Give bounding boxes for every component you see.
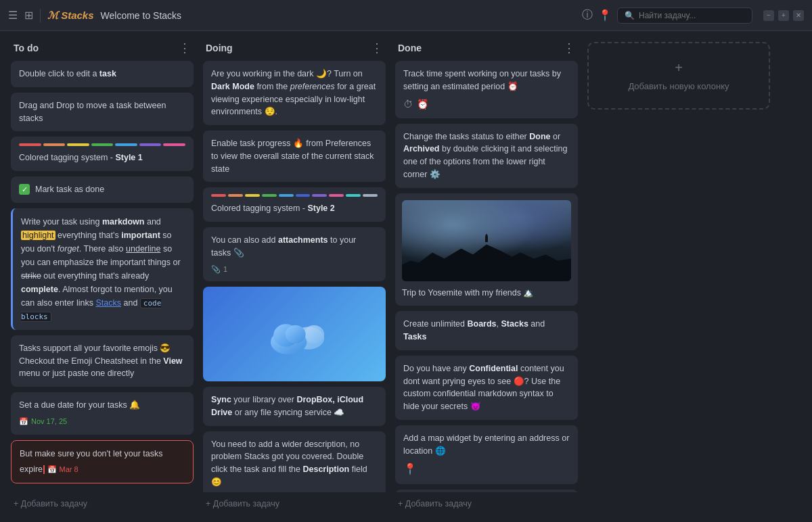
card-dark-mode[interactable]: Are you working in the dark 🌙? Turn on D… (203, 61, 386, 125)
card-attachments[interactable]: You can also add attachments to your tas… (203, 227, 386, 281)
cloud-svg (261, 312, 328, 359)
new-column-label: Добавить новую колонку (628, 81, 729, 91)
calendar-icon-red: 📅 (47, 464, 57, 475)
column-title-done: Done (398, 43, 422, 53)
tag2-blue (279, 194, 294, 197)
card-sync[interactable]: Sync your library over DropBox, iCloud D… (203, 387, 386, 426)
date-badge-green: 📅 Nov 17, 25 (19, 416, 67, 427)
card-text: Create unlimited Boards, Stacks and Task… (403, 319, 545, 341)
location-icon[interactable]: 📍 (598, 9, 612, 22)
card-time-track[interactable]: Track time spent working on your tasks b… (395, 61, 578, 118)
stopwatch-icon: ⏰ (417, 97, 428, 112)
card-text: Are you working in the dark 🌙? Turn on D… (211, 69, 376, 116)
tag2-cyan (346, 194, 361, 197)
calendar-icon: 📅 (19, 416, 28, 427)
card-confidential[interactable]: Do you have any Confidential content you… (395, 356, 578, 420)
titlebar: ☰ ⊞ ℳ Stacks Welcome to Stacks ⓘ 📍 🔍 − +… (0, 0, 812, 31)
card-text: Track time spent working on your tasks b… (403, 69, 561, 91)
card-status-change[interactable]: Change the tasks status to either Done o… (395, 124, 578, 188)
tag2-indigo (296, 194, 311, 197)
card-description[interactable]: You need to add a wider description, no … (203, 431, 386, 493)
main-content: To do ⋮ Double click to edit a task Drag… (0, 31, 812, 522)
tag-green (91, 143, 114, 146)
tag2-green (262, 194, 277, 197)
grid-icon[interactable]: ⊞ (24, 9, 33, 22)
column-menu-done[interactable]: ⋮ (563, 42, 575, 54)
card-progress[interactable]: Enable task progress 🔥 from Preferences … (203, 130, 386, 182)
card-text: Double click to edit a task (19, 69, 116, 78)
svg-point-1 (304, 325, 324, 343)
card-text: Tasks support all your favorite emojis 😎… (19, 343, 183, 379)
card-drag-drop[interactable]: Drag and Drop to move a task between sta… (11, 93, 194, 132)
card-double-click[interactable]: Double click to edit a task (11, 61, 194, 87)
column-title-doing: Doing (206, 43, 233, 53)
svg-point-4 (286, 325, 306, 343)
minimize-button[interactable]: − (763, 10, 774, 21)
time-icons-row: ⏱ ⏰ (403, 97, 570, 112)
tag2-red (211, 194, 226, 197)
add-task-doing[interactable]: + Добавить задачу (203, 494, 386, 511)
tag2-pink (329, 194, 344, 197)
map-pin-icon: 📍 (403, 461, 570, 477)
card-expire[interactable]: But make sure you don't let your tasks e… (11, 440, 194, 484)
help-icon[interactable]: ⓘ (582, 8, 593, 22)
window-controls: − + ✕ (763, 10, 804, 21)
card-cloud-image[interactable] (203, 287, 386, 381)
search-input[interactable] (639, 11, 740, 20)
mountain-silhouette (402, 241, 571, 281)
tag-bar (19, 143, 185, 146)
close-button[interactable]: ✕ (793, 10, 804, 21)
card-backup[interactable]: Automatic library backup once every 5, 1… (395, 490, 578, 492)
card-text: Sync your library over DropBox, iCloud D… (211, 395, 363, 417)
maximize-button[interactable]: + (778, 10, 789, 21)
tag-red (19, 143, 41, 146)
card-emojis[interactable]: Tasks support all your favorite emojis 😎… (11, 335, 194, 387)
card-text: Enable task progress 🔥 from Preferences … (211, 139, 374, 174)
add-task-done[interactable]: + Добавить задачу (395, 494, 578, 511)
card-text: You need to add a wider description, no … (211, 440, 367, 487)
card-tag-style1[interactable]: Colored tagging system - Style 1 (11, 137, 194, 171)
column-header-doing: Doing ⋮ (203, 42, 386, 61)
new-column-button[interactable]: + Добавить новую колонку (587, 42, 770, 110)
card-text: Colored tagging system - Style 1 (19, 153, 143, 162)
search-icon: 🔍 (625, 11, 635, 20)
attachment-count: 1 (223, 264, 227, 275)
card-due-date[interactable]: Set a due date for your tasks 🔔 📅 Nov 17… (11, 392, 194, 435)
column-title-todo: To do (14, 43, 39, 53)
search-bar[interactable]: 🔍 (617, 7, 752, 24)
person-silhouette (485, 234, 488, 242)
titlebar-right: ⓘ 📍 🔍 − + ✕ (582, 7, 804, 24)
card-mark-done[interactable]: ✓ Mark task as done (11, 176, 194, 203)
app-title: Welcome to Stacks (101, 10, 575, 21)
card-text: Do you have any Confidential content you… (403, 364, 564, 411)
column-header-todo: To do ⋮ (11, 42, 194, 61)
column-menu-doing[interactable]: ⋮ (371, 42, 383, 54)
tag-yellow (67, 143, 89, 146)
tag-bar2 (211, 194, 378, 197)
tag-purple (139, 143, 162, 146)
tag2-yellow (245, 194, 260, 197)
date-value: Nov 17, 25 (31, 416, 67, 427)
card-text: Mark task as done (35, 183, 104, 196)
column-todo: To do ⋮ Double click to edit a task Drag… (11, 42, 194, 511)
checkbox-done[interactable]: ✓ (19, 184, 30, 195)
tag2-purple (312, 194, 327, 197)
card-markdown[interactable]: Write your task using markdown and highl… (11, 208, 194, 330)
tag-pink (163, 143, 185, 146)
card-text: Set a due date for your tasks 🔔 (19, 400, 140, 410)
column-header-done: Done ⋮ (395, 42, 578, 61)
plus-icon: + (675, 60, 683, 76)
date-value-red: Mar 8 (60, 464, 78, 475)
card-boards[interactable]: Create unlimited Boards, Stacks and Task… (395, 311, 578, 350)
hamburger-icon[interactable]: ☰ (8, 9, 18, 22)
card-yosemite[interactable]: Trip to Yosemite with my friends 🏔️ (395, 193, 578, 306)
column-done: Done ⋮ Track time spent working on your … (395, 42, 578, 511)
card-tag-style2[interactable]: Colored tagging system - Style 2 (203, 187, 386, 222)
card-text: Write your task using markdown and highl… (21, 215, 185, 323)
clock-icon: ⏱ (403, 97, 413, 112)
card-text: But make sure you don't let your tasks e… (20, 449, 163, 475)
card-map[interactable]: Add a map widget by entering an address … (395, 425, 578, 485)
add-task-todo[interactable]: + Добавить задачу (11, 494, 194, 511)
cards-list-todo: Double click to edit a task Drag and Dro… (11, 61, 194, 492)
column-menu-todo[interactable]: ⋮ (179, 42, 191, 54)
